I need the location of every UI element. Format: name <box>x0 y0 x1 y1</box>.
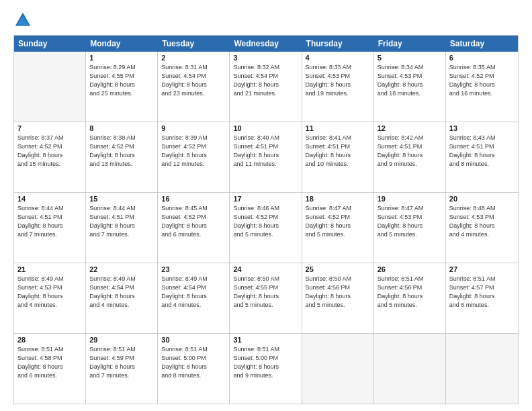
day-number: 6 <box>449 54 515 62</box>
calendar-cell: 6Sunrise: 8:35 AM Sunset: 4:52 PM Daylig… <box>446 52 518 122</box>
calendar: SundayMondayTuesdayWednesdayThursdayFrid… <box>13 35 519 404</box>
day-number: 14 <box>17 195 82 203</box>
calendar-cell: 20Sunrise: 8:48 AM Sunset: 4:53 PM Dayli… <box>446 193 518 263</box>
day-number: 24 <box>233 265 298 273</box>
calendar-cell: 11Sunrise: 8:41 AM Sunset: 4:51 PM Dayli… <box>302 122 374 192</box>
day-number: 2 <box>161 54 226 62</box>
day-number: 11 <box>306 124 370 132</box>
weekday-header: Wednesday <box>230 36 302 52</box>
calendar-cell <box>374 334 446 404</box>
calendar-cell: 7Sunrise: 8:37 AM Sunset: 4:52 PM Daylig… <box>14 122 86 192</box>
day-number: 27 <box>449 265 515 273</box>
calendar-cell <box>446 334 518 404</box>
day-number: 23 <box>161 265 226 273</box>
calendar-cell: 12Sunrise: 8:42 AM Sunset: 4:51 PM Dayli… <box>374 122 446 192</box>
day-number: 5 <box>378 54 442 62</box>
calendar-row: 21Sunrise: 8:49 AM Sunset: 4:53 PM Dayli… <box>14 263 518 334</box>
calendar-cell: 8Sunrise: 8:38 AM Sunset: 4:52 PM Daylig… <box>86 122 158 192</box>
day-info: Sunrise: 8:51 AM Sunset: 4:56 PM Dayligh… <box>378 275 442 310</box>
calendar-cell: 5Sunrise: 8:34 AM Sunset: 4:53 PM Daylig… <box>374 52 446 122</box>
calendar-cell: 28Sunrise: 8:51 AM Sunset: 4:58 PM Dayli… <box>14 334 86 404</box>
calendar-cell: 26Sunrise: 8:51 AM Sunset: 4:56 PM Dayli… <box>374 263 446 333</box>
day-info: Sunrise: 8:37 AM Sunset: 4:52 PM Dayligh… <box>17 134 82 169</box>
day-number: 26 <box>378 265 442 273</box>
day-info: Sunrise: 8:51 AM Sunset: 5:00 PM Dayligh… <box>161 345 226 380</box>
day-info: Sunrise: 8:49 AM Sunset: 4:54 PM Dayligh… <box>161 275 226 310</box>
weekday-header: Friday <box>374 36 446 52</box>
day-info: Sunrise: 8:33 AM Sunset: 4:53 PM Dayligh… <box>306 63 370 98</box>
day-info: Sunrise: 8:46 AM Sunset: 4:52 PM Dayligh… <box>233 204 298 239</box>
day-info: Sunrise: 8:34 AM Sunset: 4:53 PM Dayligh… <box>378 63 442 98</box>
day-number: 22 <box>89 265 154 273</box>
calendar-cell: 4Sunrise: 8:33 AM Sunset: 4:53 PM Daylig… <box>302 52 374 122</box>
calendar-cell: 22Sunrise: 8:49 AM Sunset: 4:54 PM Dayli… <box>86 263 158 333</box>
weekday-header: Sunday <box>14 36 86 52</box>
calendar-cell: 13Sunrise: 8:43 AM Sunset: 4:51 PM Dayli… <box>446 122 518 192</box>
day-info: Sunrise: 8:31 AM Sunset: 4:54 PM Dayligh… <box>161 63 226 98</box>
day-info: Sunrise: 8:39 AM Sunset: 4:52 PM Dayligh… <box>161 134 226 169</box>
day-number: 25 <box>306 265 370 273</box>
day-info: Sunrise: 8:38 AM Sunset: 4:52 PM Dayligh… <box>89 134 154 169</box>
day-info: Sunrise: 8:48 AM Sunset: 4:53 PM Dayligh… <box>449 204 515 239</box>
day-info: Sunrise: 8:51 AM Sunset: 4:58 PM Dayligh… <box>17 345 82 380</box>
day-number: 30 <box>161 336 226 344</box>
calendar-body: 1Sunrise: 8:29 AM Sunset: 4:55 PM Daylig… <box>14 52 518 404</box>
day-number: 10 <box>233 124 298 132</box>
calendar-row: 7Sunrise: 8:37 AM Sunset: 4:52 PM Daylig… <box>14 122 518 193</box>
calendar-cell: 17Sunrise: 8:46 AM Sunset: 4:52 PM Dayli… <box>230 193 302 263</box>
calendar-cell: 24Sunrise: 8:50 AM Sunset: 4:55 PM Dayli… <box>230 263 302 333</box>
calendar-cell: 30Sunrise: 8:51 AM Sunset: 5:00 PM Dayli… <box>158 334 230 404</box>
calendar-cell: 9Sunrise: 8:39 AM Sunset: 4:52 PM Daylig… <box>158 122 230 192</box>
day-number: 13 <box>449 124 515 132</box>
calendar-cell <box>14 52 86 122</box>
calendar-cell: 15Sunrise: 8:44 AM Sunset: 4:51 PM Dayli… <box>86 193 158 263</box>
day-info: Sunrise: 8:51 AM Sunset: 4:59 PM Dayligh… <box>89 345 154 380</box>
day-number: 1 <box>89 54 154 62</box>
day-number: 16 <box>161 195 226 203</box>
day-info: Sunrise: 8:44 AM Sunset: 4:51 PM Dayligh… <box>89 204 154 239</box>
logo-icon <box>13 11 32 30</box>
calendar-cell: 19Sunrise: 8:47 AM Sunset: 4:53 PM Dayli… <box>374 193 446 263</box>
day-number: 17 <box>233 195 298 203</box>
calendar-cell: 3Sunrise: 8:32 AM Sunset: 4:54 PM Daylig… <box>230 52 302 122</box>
calendar-cell: 21Sunrise: 8:49 AM Sunset: 4:53 PM Dayli… <box>14 263 86 333</box>
day-number: 31 <box>233 336 298 344</box>
calendar-cell: 18Sunrise: 8:47 AM Sunset: 4:52 PM Dayli… <box>302 193 374 263</box>
day-number: 4 <box>306 54 370 62</box>
day-number: 28 <box>17 336 82 344</box>
calendar-row: 1Sunrise: 8:29 AM Sunset: 4:55 PM Daylig… <box>14 52 518 122</box>
day-info: Sunrise: 8:45 AM Sunset: 4:52 PM Dayligh… <box>161 204 226 239</box>
calendar-cell: 1Sunrise: 8:29 AM Sunset: 4:55 PM Daylig… <box>86 52 158 122</box>
day-info: Sunrise: 8:41 AM Sunset: 4:51 PM Dayligh… <box>306 134 370 169</box>
calendar-row: 14Sunrise: 8:44 AM Sunset: 4:51 PM Dayli… <box>14 193 518 263</box>
calendar-cell <box>302 334 374 404</box>
day-info: Sunrise: 8:43 AM Sunset: 4:51 PM Dayligh… <box>449 134 515 169</box>
calendar-cell: 25Sunrise: 8:50 AM Sunset: 4:56 PM Dayli… <box>302 263 374 333</box>
day-number: 9 <box>161 124 226 132</box>
weekday-header: Saturday <box>446 36 518 52</box>
weekday-header: Monday <box>86 36 158 52</box>
calendar-cell: 23Sunrise: 8:49 AM Sunset: 4:54 PM Dayli… <box>158 263 230 333</box>
calendar-cell: 31Sunrise: 8:51 AM Sunset: 5:00 PM Dayli… <box>230 334 302 404</box>
day-info: Sunrise: 8:40 AM Sunset: 4:51 PM Dayligh… <box>233 134 298 169</box>
weekday-header: Tuesday <box>158 36 230 52</box>
day-number: 18 <box>306 195 370 203</box>
calendar-cell: 10Sunrise: 8:40 AM Sunset: 4:51 PM Dayli… <box>230 122 302 192</box>
day-number: 8 <box>89 124 154 132</box>
day-info: Sunrise: 8:51 AM Sunset: 5:00 PM Dayligh… <box>233 345 298 380</box>
page: SundayMondayTuesdayWednesdayThursdayFrid… <box>0 0 532 411</box>
day-info: Sunrise: 8:47 AM Sunset: 4:52 PM Dayligh… <box>306 204 370 239</box>
logo <box>13 11 34 30</box>
calendar-cell: 2Sunrise: 8:31 AM Sunset: 4:54 PM Daylig… <box>158 52 230 122</box>
calendar-cell: 29Sunrise: 8:51 AM Sunset: 4:59 PM Dayli… <box>86 334 158 404</box>
day-number: 29 <box>89 336 154 344</box>
day-info: Sunrise: 8:29 AM Sunset: 4:55 PM Dayligh… <box>89 63 154 98</box>
calendar-row: 28Sunrise: 8:51 AM Sunset: 4:58 PM Dayli… <box>14 334 518 404</box>
day-number: 15 <box>89 195 154 203</box>
day-number: 7 <box>17 124 82 132</box>
day-number: 21 <box>17 265 82 273</box>
calendar-cell: 27Sunrise: 8:51 AM Sunset: 4:57 PM Dayli… <box>446 263 518 333</box>
day-info: Sunrise: 8:47 AM Sunset: 4:53 PM Dayligh… <box>378 204 442 239</box>
calendar-cell: 14Sunrise: 8:44 AM Sunset: 4:51 PM Dayli… <box>14 193 86 263</box>
day-info: Sunrise: 8:50 AM Sunset: 4:56 PM Dayligh… <box>306 275 370 310</box>
